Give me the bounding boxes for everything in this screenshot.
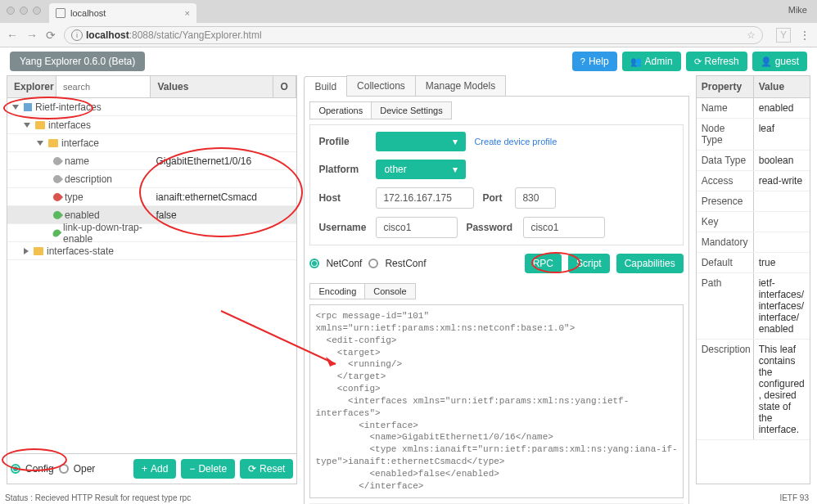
tab-build[interactable]: Build — [304, 76, 347, 97]
script-button[interactable]: Script — [568, 254, 610, 273]
tree-row[interactable]: link-up-down-trap-enable — [7, 224, 296, 242]
expand-icon[interactable] — [12, 105, 19, 110]
node-value[interactable]: GigabitEthernet1/0/16 — [151, 155, 273, 167]
property-row: Node Typeleaf — [697, 119, 810, 151]
node-label: interfaces-state — [47, 245, 114, 257]
property-row: Defaulttrue — [697, 253, 810, 273]
property-key: Default — [697, 253, 754, 272]
close-icon[interactable]: × — [185, 8, 190, 18]
property-key: Path — [697, 273, 754, 339]
expand-icon[interactable] — [37, 141, 43, 146]
node-icon — [48, 139, 58, 147]
explorer-footer: Config Oper + Add − Delete ⟳ Reset — [7, 454, 297, 484]
search-input[interactable] — [63, 82, 143, 92]
device-form: Profile ▾ Create device profile Platform… — [309, 124, 683, 245]
create-profile-link[interactable]: Create device profile — [474, 137, 557, 146]
site-info-icon[interactable]: i — [71, 29, 83, 41]
admin-button[interactable]: 👥Admin — [622, 52, 681, 71]
tree-row[interactable]: interfaces — [7, 116, 296, 134]
help-icon: ? — [580, 56, 585, 66]
subtab-device-settings[interactable]: Device Settings — [371, 101, 451, 119]
page-icon — [56, 8, 65, 18]
expand-icon[interactable] — [24, 248, 29, 254]
expand-icon[interactable] — [24, 123, 30, 128]
browser-toolbar: ← → ⟳ i localhost:8088/static/YangExplor… — [0, 23, 817, 47]
oper-radio[interactable] — [59, 464, 69, 474]
node-value[interactable]: ianaift:ethernetCsmacd — [151, 191, 273, 203]
tab-manage-models[interactable]: Manage Models — [415, 75, 506, 96]
tab-collections[interactable]: Collections — [346, 75, 416, 96]
add-button[interactable]: + Add — [133, 459, 176, 479]
rpc-button[interactable]: RPC — [525, 254, 562, 273]
help-button[interactable]: ?Help — [572, 52, 617, 71]
address-bar[interactable]: i localhost:8088/static/YangExplorer.htm… — [64, 26, 763, 44]
platform-select[interactable]: other▾ — [376, 160, 466, 179]
node-icon — [52, 173, 63, 184]
explorer-title: Explorer — [7, 76, 56, 97]
chevron-down-icon: ▾ — [453, 136, 458, 147]
guest-button[interactable]: 👤guest — [752, 52, 807, 71]
protocol-row: NetConf RestConf RPC Script Capabilities — [309, 250, 683, 277]
property-row: DescriptionThis leaf contains the config… — [697, 340, 810, 440]
tree-row[interactable]: Rietf-interfaces — [7, 98, 296, 116]
explorer-tree[interactable]: Rietf-interfacesinterfacesinterfacenameG… — [7, 98, 297, 454]
forward-icon[interactable]: → — [26, 29, 38, 42]
tree-row[interactable]: nameGigabitEthernet1/0/16 — [7, 152, 296, 170]
port-input[interactable] — [515, 187, 556, 209]
node-icon — [24, 103, 32, 111]
restconf-label: RestConf — [385, 258, 426, 269]
property-row: Mandatory — [697, 232, 810, 253]
delete-button[interactable]: − Delete — [181, 459, 235, 479]
profile-select[interactable]: ▾ — [376, 132, 466, 151]
extension-icon[interactable]: Y — [776, 28, 791, 43]
node-icon — [52, 191, 63, 202]
enctab-encoding[interactable]: Encoding — [309, 283, 365, 299]
property-value — [754, 212, 810, 232]
reset-button[interactable]: ⟳ Reset — [240, 459, 293, 479]
browser-tab[interactable]: localhost × — [49, 3, 196, 23]
node-icon — [52, 209, 63, 220]
window-controls[interactable] — [7, 7, 41, 15]
node-value[interactable]: false — [151, 209, 273, 221]
property-value: ietf-interfaces/ interfaces/ interface/ … — [754, 273, 810, 339]
restconf-radio[interactable] — [368, 259, 378, 268]
back-icon[interactable]: ← — [7, 29, 18, 42]
property-row: Key — [697, 212, 810, 232]
refresh-icon: ⟳ — [694, 56, 702, 67]
property-value: true — [754, 253, 810, 272]
rpc-code[interactable]: <rpc message-id="101" xmlns="urn:ietf:pa… — [309, 304, 683, 498]
netconf-radio[interactable] — [309, 259, 319, 268]
reload-icon[interactable]: ⟳ — [46, 29, 56, 42]
oper-label: Oper — [74, 463, 96, 475]
plus-icon: + — [142, 463, 147, 475]
host-input[interactable] — [376, 187, 474, 209]
enctab-console[interactable]: Console — [364, 283, 415, 299]
property-header: Property — [697, 76, 754, 97]
username-input[interactable] — [376, 217, 458, 238]
tree-row[interactable]: typeianaift:ethernetCsmacd — [7, 188, 296, 206]
tree-row[interactable]: description — [7, 170, 296, 188]
node-icon — [34, 247, 43, 255]
tree-row[interactable]: interfaces-state — [7, 242, 296, 260]
values-title: Values — [151, 76, 273, 97]
bookmark-icon[interactable]: ☆ — [747, 29, 756, 41]
node-label: type — [65, 191, 84, 203]
config-radio[interactable] — [11, 464, 20, 474]
node-label: link-up-down-trap-enable — [63, 222, 151, 245]
browser-user: Mike — [788, 5, 807, 15]
property-key: Name — [697, 98, 754, 118]
minus-icon: − — [189, 463, 195, 475]
main-tabs: BuildCollectionsManage Models — [304, 75, 688, 97]
refresh-button[interactable]: ⟳Refresh — [686, 52, 747, 71]
tree-row[interactable]: interface — [7, 134, 296, 152]
browser-tab-strip: localhost × Mike — [0, 0, 817, 23]
node-icon — [52, 227, 62, 238]
encoding-tabs: EncodingConsole — [309, 283, 683, 299]
subtab-operations[interactable]: Operations — [309, 101, 372, 119]
menu-icon[interactable]: ⋮ — [799, 29, 810, 42]
status-bar: Status : Recieved HTTP Result for reques… — [5, 493, 191, 502]
password-input[interactable] — [523, 217, 605, 238]
capabilities-button[interactable]: Capabilities — [616, 254, 684, 273]
property-row: Nameenabled — [697, 98, 810, 119]
op-title: O — [273, 76, 296, 97]
